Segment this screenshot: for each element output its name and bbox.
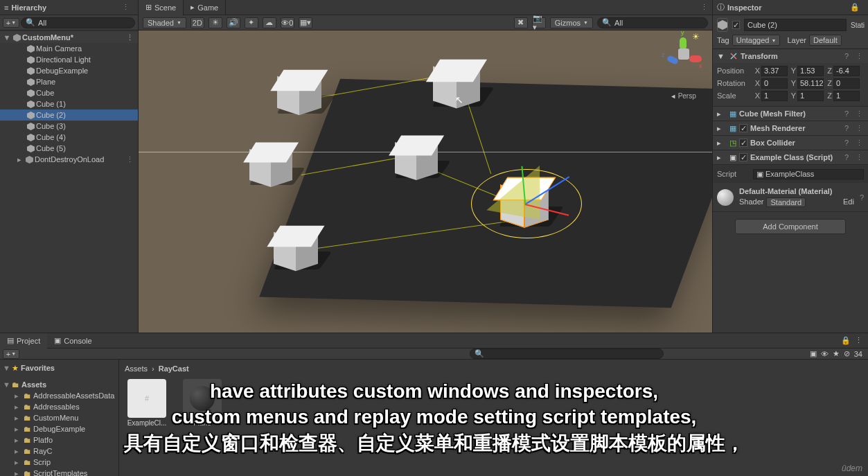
fold-icon[interactable]: ▼ [3, 33, 11, 42]
hidden-icon[interactable]: ⊘ [844, 349, 850, 358]
grid-icon[interactable]: ▦▾ [299, 17, 312, 28]
component-header[interactable]: ▸▣✓Example Class (Script)?⋮ [713, 150, 868, 164]
star-icon[interactable]: ★ [833, 349, 840, 358]
favorites-row[interactable]: ▼★Favorites [0, 362, 118, 373]
active-checkbox[interactable]: ✓ [732, 21, 740, 29]
scl-x[interactable]: 1 [761, 91, 788, 101]
component-header[interactable]: ▸▦✓Mesh Renderer?⋮ [713, 121, 868, 135]
fold-icon[interactable]: ▸ [717, 139, 727, 148]
lock-icon[interactable]: 🔒 [841, 336, 851, 345]
help-icon[interactable]: ? [844, 153, 853, 161]
rot-y[interactable]: 58.112 [797, 78, 824, 89]
folder-row[interactable]: ▸🖿RayC [0, 446, 118, 457]
fold-icon[interactable]: ▸ [717, 153, 727, 162]
help-icon[interactable]: ? [844, 109, 853, 118]
asset-item[interactable]: Plane [180, 379, 224, 427]
folder-row[interactable]: ▸🖿Addressables [0, 401, 118, 412]
folder-row[interactable]: ▸🖿Platfo [0, 434, 118, 446]
material-preview[interactable] [717, 189, 734, 206]
layer-dropdown[interactable]: Default [809, 35, 842, 46]
filter-icon[interactable]: ▣ [810, 349, 817, 358]
hierarchy-item[interactable]: Cube (2) [0, 109, 138, 121]
hierarchy-item[interactable]: Cube (5) [0, 143, 138, 154]
hierarchy-extra[interactable]: ▸ DontDestroyOnLoad ⋮ [0, 154, 138, 165]
tab-project[interactable]: ▤Project [0, 333, 47, 349]
script-value[interactable]: ExampleClass [765, 170, 814, 178]
menu-icon[interactable]: ⋮ [856, 124, 864, 133]
hierarchy-item[interactable]: Plane [0, 76, 138, 87]
hierarchy-item[interactable]: Cube (3) [0, 121, 138, 132]
pos-z[interactable]: -6.4 [833, 66, 860, 76]
row-menu-icon[interactable]: ⋮ [126, 155, 138, 164]
edit-button[interactable]: Edi [843, 197, 854, 207]
scene-row[interactable]: ▼ CustomMenu* ⋮ [0, 32, 138, 43]
camera-icon[interactable]: 📷▾ [532, 17, 546, 28]
fold-icon[interactable]: ▼ [717, 52, 727, 60]
eye-icon[interactable]: 👁 [821, 350, 829, 358]
create-asset-button[interactable]: +▼ [3, 349, 19, 359]
hierarchy-search[interactable]: 🔍 All [21, 17, 135, 28]
mode-2d-button[interactable]: 2D [191, 17, 204, 28]
object-name-field[interactable] [744, 19, 847, 31]
hierarchy-menu-icon[interactable]: ⋮ [122, 3, 134, 12]
pos-y[interactable]: 1.53 [797, 66, 824, 76]
fold-icon[interactable]: ▸ [717, 109, 727, 118]
menu-icon[interactable]: ⋮ [855, 336, 862, 345]
menu-icon[interactable]: ⋮ [856, 52, 864, 61]
folder-row[interactable]: ▸🖿DebugExample [0, 423, 118, 434]
hierarchy-item[interactable]: DebugExample [0, 65, 138, 76]
rot-z[interactable]: 0 [833, 78, 860, 89]
tabs-menu-icon[interactable]: ⋮ [700, 3, 712, 12]
audio-icon[interactable]: 🔊 [227, 17, 240, 28]
help-icon[interactable]: ? [844, 139, 853, 147]
help-icon[interactable]: ? [860, 193, 864, 202]
create-button[interactable]: +▼ [3, 18, 19, 28]
breadcrumb[interactable]: Assets › RayCast [125, 362, 862, 375]
help-icon[interactable]: ? [844, 52, 853, 60]
lighting-icon[interactable]: ☀ [209, 17, 222, 28]
enable-checkbox[interactable]: ✓ [739, 124, 747, 132]
hierarchy-item[interactable]: Cube (1) [0, 98, 138, 109]
scene-search[interactable]: 🔍All [597, 17, 708, 28]
gizmo-vis-icon[interactable]: 👁0 [281, 17, 294, 28]
fold-icon[interactable]: ▸ [717, 124, 727, 133]
tab-console[interactable]: ▣Console [47, 333, 98, 349]
sky-icon[interactable]: ☁ [263, 17, 276, 28]
fx-icon[interactable]: ✦ [245, 17, 258, 28]
static-label[interactable]: Stati [851, 21, 865, 29]
shading-dropdown[interactable]: Shaded▼ [143, 17, 186, 28]
menu-icon[interactable]: ⋮ [856, 153, 864, 162]
scene-menu-icon[interactable]: ⋮ [126, 33, 138, 42]
hierarchy-item[interactable]: Directional Light [0, 54, 138, 65]
fold-icon[interactable]: ▸ [15, 155, 24, 164]
inspector-lock-icon[interactable]: 🔒 [850, 3, 864, 12]
scene-viewport[interactable]: ↖ y x z ☀ ◄ Persp [139, 30, 712, 333]
assets-root[interactable]: ▼🖿Assets [0, 379, 118, 390]
hierarchy-item[interactable]: Cube [0, 87, 138, 98]
menu-icon[interactable]: ⋮ [856, 109, 864, 118]
gizmos-dropdown[interactable]: Gizmos▼ [550, 17, 593, 28]
hierarchy-item[interactable]: Main Camera [0, 43, 138, 54]
asset-item[interactable]: #ExampleCl... [125, 379, 169, 427]
gameobject-icon[interactable] [717, 18, 728, 32]
tool-icon[interactable]: ✖ [514, 17, 528, 28]
scl-z[interactable]: 1 [833, 91, 860, 101]
rot-x[interactable]: 0 [761, 78, 788, 89]
pos-x[interactable]: 3.37 [761, 66, 788, 76]
tab-scene[interactable]: ⊞ Scene [139, 0, 184, 15]
orientation-gizmo[interactable]: y x z ☀ ◄ Persp [662, 37, 704, 121]
enable-checkbox[interactable]: ✓ [739, 153, 747, 161]
folder-row[interactable]: ▸🖿ScriptTemplates [0, 468, 118, 476]
tab-game[interactable]: ▸ Game [184, 0, 226, 15]
shader-dropdown[interactable]: Standard [766, 197, 806, 207]
scl-y[interactable]: 1 [797, 91, 824, 101]
folder-row[interactable]: ▸🖿CustomMenu [0, 412, 118, 423]
component-header[interactable]: ▸◳✓Box Collider?⋮ [713, 136, 868, 150]
component-header[interactable]: ▸▦Cube (Mesh Filter)?⋮ [713, 107, 868, 121]
hierarchy-item[interactable]: Cube (4) [0, 132, 138, 143]
project-search[interactable]: 🔍 [470, 349, 664, 359]
enable-checkbox[interactable]: ✓ [739, 139, 747, 147]
persp-label[interactable]: Persp [678, 92, 696, 100]
add-component-button[interactable]: Add Component [735, 219, 846, 234]
folder-row[interactable]: ▸🖿AddressableAssetsData [0, 390, 118, 401]
